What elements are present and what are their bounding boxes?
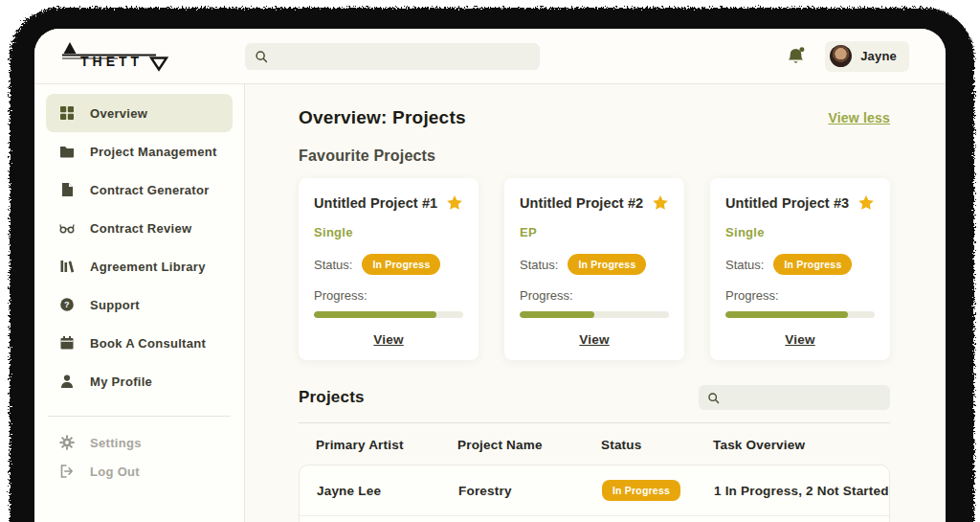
sidebar-item-agreement-library[interactable]: Agreement Library [46,247,233,285]
sidebar-item-label: Agreement Library [90,260,206,274]
sidebar-item-support[interactable]: ? Support [46,285,233,324]
sidebar-item-label: Support [90,298,140,312]
svg-text:THETT: THETT [80,54,143,69]
sidebar-item-settings[interactable]: Settings [46,428,233,457]
project-card: Untitled Project #1 Single Status: In Pr… [299,178,479,360]
status-badge: In Progress [568,254,646,275]
project-type: Single [314,225,463,239]
user-menu[interactable]: Jayne [825,41,909,72]
column-header: Project Name [457,438,601,452]
sidebar-item-overview[interactable]: Overview [46,94,233,132]
global-search[interactable] [245,43,540,70]
column-header: Task Overview [713,438,890,452]
column-header: Status [601,438,713,452]
project-type: EP [520,225,669,239]
sidebar-item-label: Project Management [90,145,217,159]
sidebar-item-label: Book A Consultant [90,336,206,351]
top-bar: THETT Jayne [34,29,946,84]
user-name: Jayne [860,49,897,63]
sidebar-item-label: Overview [90,106,147,121]
progress-label: Progress: [520,288,669,303]
sidebar-item-contract-generator[interactable]: Contract Generator [46,170,233,209]
global-search-input[interactable] [276,49,530,63]
projects-search[interactable] [699,385,890,410]
status-badge: In Progress [602,480,680,501]
status-label: Status: [520,258,558,272]
projects-search-input[interactable] [727,391,881,404]
view-button[interactable]: View [314,332,463,347]
page-title: Overview: Projects [299,107,466,128]
favourite-star-icon[interactable] [446,194,463,212]
main-content: Overview: Projects View less Favourite P… [245,84,946,522]
notifications-bell-icon[interactable] [786,46,806,66]
search-icon [255,50,268,63]
projects-heading: Projects [299,388,365,407]
sidebar-item-log-out[interactable]: Log Out [46,457,233,486]
help-icon: ? [59,297,75,312]
favourite-star-icon[interactable] [652,194,669,212]
view-less-link[interactable]: View less [828,110,890,125]
folder-icon [59,144,75,159]
avatar [830,45,852,67]
progress-label: Progress: [314,288,463,303]
gear-icon [59,435,75,450]
progress-fill [520,311,594,318]
library-icon [59,259,75,274]
progress-fill [725,311,848,318]
calendar-icon [59,335,75,351]
project-card-title: Untitled Project #3 [725,195,849,211]
sidebar-divider [48,416,231,417]
sidebar-item-label: Contract Generator [90,183,210,197]
progress-fill [314,311,436,318]
search-icon [707,392,720,404]
sidebar-item-book-a-consultant[interactable]: Book A Consultant [46,324,233,362]
sidebar-item-project-management[interactable]: Project Management [46,132,233,170]
sidebar-item-my-profile[interactable]: My Profile [46,362,233,400]
logout-icon [59,464,75,479]
progress-bar [520,311,669,318]
table-row[interactable]: Jayne Lee Forestry In Progress 1 In Prog… [299,465,890,522]
progress-bar [314,311,463,318]
cell-task-overview: 1 In Progress, 2 Not Started [714,484,889,498]
project-card-title: Untitled Project #2 [520,195,643,211]
status-badge: In Progress [773,254,852,275]
app-window: THETT Jayne [34,29,946,522]
sidebar-item-contract-review[interactable]: Contract Review [46,209,233,247]
brand-logo: THETT [34,39,245,74]
status-label: Status: [725,258,764,272]
favourite-star-icon[interactable] [858,194,875,212]
glasses-icon [59,220,75,236]
favourite-project-cards: Untitled Project #1 Single Status: In Pr… [299,178,890,360]
person-icon [59,374,75,389]
cell-primary-artist: Jayne Lee [317,484,458,498]
status-badge: In Progress [362,254,440,275]
cell-project-name: Forestry [458,484,602,498]
project-card: Untitled Project #3 Single Status: In Pr… [710,178,890,360]
project-card-title: Untitled Project #1 [314,195,437,211]
favourite-projects-heading: Favourite Projects [299,148,890,165]
top-bar-right: Jayne [786,41,946,72]
document-icon [59,182,75,197]
table-header: Primary Artist Project Name Status Task … [299,423,890,465]
progress-label: Progress: [725,288,875,303]
project-card: Untitled Project #2 EP Status: In Progre… [504,178,684,360]
view-button[interactable]: View [725,332,875,347]
sidebar-item-label: Settings [90,436,142,450]
view-button[interactable]: View [520,332,669,347]
svg-text:?: ? [64,300,70,309]
status-label: Status: [314,258,352,272]
sidebar: Overview Project Management Contract Gen… [34,84,245,522]
project-type: Single [725,225,875,239]
athetto-logo-icon: THETT [60,39,173,74]
sidebar-item-label: Contract Review [90,221,191,236]
sidebar-item-label: Log Out [90,465,140,479]
grid-icon [59,105,75,121]
progress-bar [725,311,875,318]
sidebar-item-label: My Profile [90,374,152,389]
column-header: Primary Artist [316,438,457,452]
